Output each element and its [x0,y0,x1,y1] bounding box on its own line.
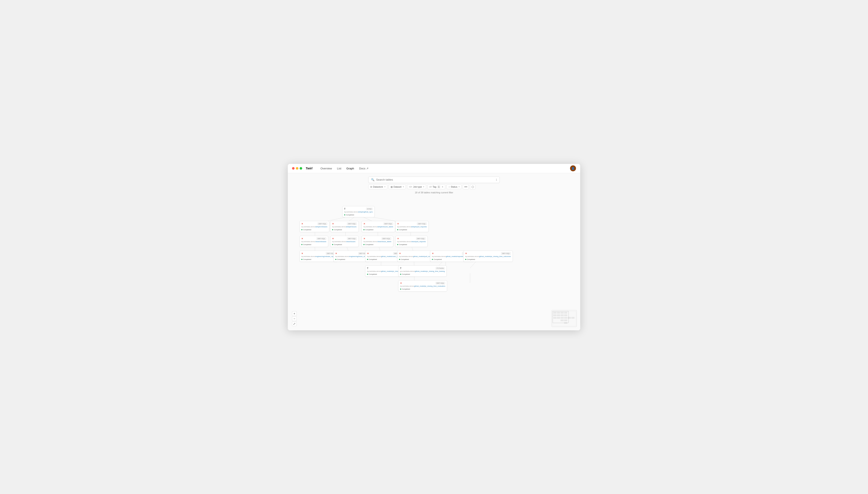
node-type-badge: PYTHON [435,267,445,270]
tag-count-badge: 1 [437,186,440,188]
filter-more-button[interactable]: ••• [463,184,469,190]
svg-rect-20 [553,312,556,314]
nav-graph[interactable]: Graph [344,166,356,171]
node-path: bq-twirldata-demo/clean/pull_requests [397,241,426,243]
x-icon: ✕ [397,223,399,225]
close-button[interactable] [292,167,295,170]
nav-overview[interactable]: Overview [318,166,334,171]
status-dot [301,244,302,245]
node-status: Completed [301,259,336,260]
node-status: Completed [301,229,328,231]
filter-status[interactable]: ○ Status ▾ [447,185,461,189]
node-path: bq-twirldata-demo/github_model/pr_closin… [400,285,445,287]
main-nav: Overview List Graph Docs ↗ [318,166,371,171]
svg-rect-26 [560,315,564,316]
node-dbt-issues-labels[interactable]: ✕ DBT+SQL bq-twirldata-demo/airbyte/issu… [361,221,395,232]
status-dot [400,274,401,275]
search-input[interactable] [376,178,496,181]
filter-datastore[interactable]: ⊞ Datastore ▾ [368,185,387,189]
status-dot [397,244,398,245]
node-type-badge: DBT+SQL [317,223,328,225]
node-header: ✕ DBT+SQL [301,252,336,255]
title-bar: Twirl Overview List Graph Docs ↗ 👤 [288,164,580,173]
app-window: Twirl Overview List Graph Docs ↗ 👤 🔍 [288,164,580,330]
traffic-lights [292,167,302,170]
node-header: ✕ DBT+SQL [332,237,357,240]
t-icon: T [367,267,368,269]
export-button[interactable]: ⬡ [470,184,475,190]
filter-job-type[interactable]: </> Job type ▾ [407,185,427,189]
node-status: Completed [335,259,368,260]
svg-rect-35 [564,320,567,321]
table-icon: ▦ [391,186,393,188]
nav-list[interactable]: List [335,166,343,171]
filter-tag[interactable]: 🏷 Tag 1 ✕ [428,185,445,189]
node-sync-github[interactable]: T SYNC bq-twirldata-demo/airbyte/github_… [342,206,375,217]
node-path: bq-twirldata-demo/airbyte/issues_labels [363,226,393,228]
node-status: Completed [400,288,445,290]
tag-remove-icon[interactable]: ✕ [441,186,443,188]
node-clean-pull-requests[interactable]: ✕ DBT+SQL bq-twirldata-demo/clean/pull_r… [395,236,428,247]
node-type-badge: DBT+SQL [316,237,326,240]
status-dot [367,259,368,260]
node-clean-releases[interactable]: ✕ DBT+SQL bq-twirldata-demo/clean/releas… [299,236,328,247]
status-dot [301,259,302,260]
search-icon: 🔍 [371,178,374,181]
node-type-badge: DBT+SQL [435,282,446,285]
expand-button[interactable]: ⤢ [292,321,297,326]
node-path: bq-twirldata-demo/airbyte/releases [301,226,328,228]
svg-rect-23 [564,312,567,314]
info-icon[interactable]: ℹ [496,178,497,182]
node-path: bq-twirldata-demo/clean/issue_labels [363,241,391,243]
node-type-badge: DBT+SQL [383,223,393,225]
node-path: bq-twirldata-demo/github_models/pr_closi… [465,255,511,258]
svg-rect-32 [568,317,571,319]
node-path: bq-twirldata-demo/clean/issues [332,241,357,243]
node-path: bq-twirldata-demo/airbyte/pull_requests [397,226,427,228]
avatar[interactable]: 👤 [570,165,576,171]
node-gh-pr-closing[interactable]: ✕ DBT+SQL bq-twirldata-demo/github_model… [463,251,513,262]
node-status: Completed [332,229,357,231]
app-logo[interactable]: Twirl [305,167,312,170]
node-header: ✕ DBT+SQL [400,282,445,285]
node-dbt-pull-requests[interactable]: ✕ DBT+SQL bq-twirldata-demo/airbyte/pull… [395,221,429,232]
status-dot [332,229,333,230]
node-status: Completed [400,273,445,275]
zoom-in-button[interactable]: + [292,311,297,316]
filter-dataset[interactable]: ▦ Dataset ▾ [389,185,406,189]
node-type-badge: DBT+SQL [347,237,357,240]
node-python-pr-training[interactable]: T PYTHON gcs-twirldata-demo/github_model… [398,265,447,277]
x-icon: ✕ [301,252,303,254]
nav-docs[interactable]: Docs ↗ [357,166,371,171]
minimap-svg [552,310,577,327]
chevron-down-icon: ▾ [458,186,460,188]
status-dot [367,274,368,275]
x-icon: ✕ [332,238,334,240]
x-icon: ✕ [363,238,365,240]
minimize-button[interactable] [296,167,298,170]
node-header: ✕ DBT+SQL [397,237,426,240]
node-dbt-issues[interactable]: ✕ DBT+SQL bq-twirldata-demo/airbyte/issu… [330,221,359,232]
node-dbt-pr-evaluation[interactable]: ✕ DBT+SQL bq-twirldata-demo/github_model… [398,280,447,291]
grid-icon: ⊞ [370,186,372,188]
node-type-badge: DBT+SQL [417,223,427,225]
node-type-badge: DBT+SQL [416,237,426,240]
svg-rect-21 [557,312,560,314]
minimap[interactable] [551,310,577,327]
node-status: Completed [397,244,426,246]
node-dbt-releases[interactable]: ✕ DBT+SQL bq-twirldata-demo/airbyte/rele… [299,221,329,232]
node-status: Completed [301,244,326,246]
node-eng-issue-report[interactable]: ✕ DBT+SQL bq-twirldata-demo/engineering/… [333,251,370,262]
chevron-down-icon: ▾ [384,186,386,188]
node-clean-issues[interactable]: ✕ DBT+SQL bq-twirldata-demo/clean/issues… [330,236,359,247]
more-icon: ••• [464,185,467,189]
zoom-out-button[interactable]: − [292,316,297,321]
maximize-button[interactable] [300,167,302,170]
status-dot [397,229,398,230]
node-clean-issue-labels[interactable]: ✕ DBT+SQL bq-twirldata-demo/clean/issue_… [361,236,393,247]
node-eng-release-report[interactable]: ✕ DBT+SQL bq-twirldata-demo/engineering/… [299,251,338,262]
node-status: Completed [332,244,357,246]
x-icon: ✕ [363,223,365,225]
status-dot [363,244,364,245]
graph-canvas[interactable]: T SYNC bq-twirldata-demo/airbyte/github_… [288,173,580,330]
